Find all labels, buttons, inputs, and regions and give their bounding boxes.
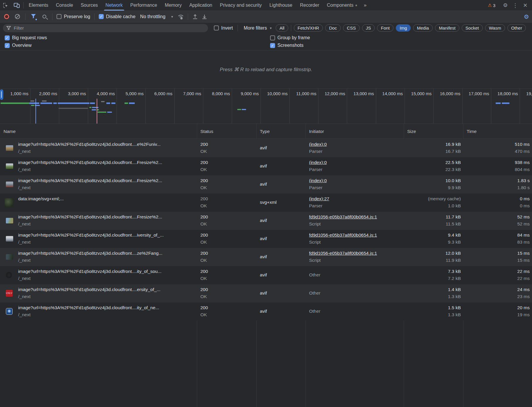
request-type: svg+xml [260, 200, 303, 205]
big-request-rows-checkbox[interactable]: ✓ Big request rows [3, 35, 49, 40]
preserve-log-checkbox[interactable]: ✓ Preserve log [55, 14, 92, 19]
chip-fetch-xhr[interactable]: Fetch/XHR [294, 24, 323, 32]
chip-all[interactable]: All [276, 24, 288, 32]
tab-network[interactable]: Network [102, 0, 127, 11]
initiator-link[interactable]: (index):27 [309, 196, 401, 201]
network-overview-timeline[interactable]: 1,000 ms2,000 ms3,000 ms4,000 ms5,000 ms… [0, 88, 532, 124]
chip-img[interactable]: Img [396, 24, 411, 32]
overview-window-handle[interactable] [0, 89, 3, 100]
throttling-select[interactable]: No throttling ▾ [137, 14, 176, 19]
request-row[interactable]: image?url=https%3A%2F%2Fd1q5o8tzvz4j3d.c… [0, 302, 532, 321]
request-type: avif [260, 290, 303, 296]
request-row[interactable]: image?url=https%3A%2F%2Fd1q5o8tzvz4j3d.c… [0, 157, 532, 175]
screenshots-box[interactable]: ✓ [270, 43, 275, 48]
transfer-size: 1.4 kB [404, 287, 461, 292]
screenshots-checkbox[interactable]: ✓ Screenshots [268, 43, 305, 48]
preserve-log-box[interactable]: ✓ [57, 14, 62, 19]
overview-box[interactable]: ✓ [5, 43, 10, 48]
chip-socket[interactable]: Socket [462, 24, 483, 32]
overview-label: Overview [12, 43, 32, 48]
export-har-icon[interactable] [200, 13, 209, 21]
network-conditions-icon[interactable] [176, 13, 185, 21]
initiator-link[interactable]: fd9d1056-e05b37a8f00b0654.js:1 [309, 251, 401, 256]
request-row[interactable]: image?url=https%3A%2F%2Fd1q5o8tzvz4j3d.c… [0, 175, 532, 194]
filter-placeholder: Filter [14, 25, 24, 31]
timeline-tick-label: 11,000 ms [284, 91, 316, 96]
filter-input[interactable]: Filter [3, 24, 208, 32]
chip-wasm[interactable]: Wasm [485, 24, 505, 32]
tab-privacy-and-security[interactable]: Privacy and security [216, 0, 265, 11]
invert-checkbox[interactable]: ✓ Invert [212, 25, 235, 31]
group-by-frame-box[interactable]: ✓ [270, 35, 275, 40]
request-thumbnail [5, 198, 13, 207]
initiator-kind: Parser [309, 149, 401, 154]
request-row[interactable]: image?url=https%3A%2F%2Fd1q5o8tzvz4j3d.c… [0, 248, 532, 266]
tabbar-right-controls: ⚠ 3 ⚙ ⋮ × [488, 0, 532, 11]
request-path: /_next [18, 276, 195, 281]
chip-other[interactable]: Other [507, 24, 526, 32]
tab-sources[interactable]: Sources [77, 0, 102, 11]
search-icon[interactable] [42, 15, 46, 18]
initiator-link[interactable]: (index):0 [309, 142, 401, 147]
clear-network-log-icon[interactable] [15, 14, 20, 19]
request-row[interactable]: data:image/svg+xml;...200OKsvg+xml(index… [0, 194, 532, 212]
disable-cache-box[interactable]: ✓ [99, 14, 104, 19]
request-row[interactable]: UNLVimage?url=https%3A%2F%2Fd1q5o8tzvz4j… [0, 284, 532, 302]
tab-lighthouse[interactable]: Lighthouse [266, 0, 296, 11]
status-text: OK [200, 240, 254, 245]
request-name: image?url=https%3A%2F%2Fd1q5o8tzvz4j3d.c… [18, 142, 195, 147]
transfer-size: 12.0 kB [404, 251, 461, 256]
settings-gear-icon[interactable]: ⚙ [500, 1, 510, 9]
network-settings-gear-icon[interactable]: ⚙ [524, 13, 529, 20]
transfer-size: (memory cache) [404, 196, 461, 201]
latency-time: 22 ms [463, 276, 530, 281]
chip-js[interactable]: JS [362, 24, 375, 32]
overview-checkbox[interactable]: ✓ Overview [3, 43, 33, 48]
initiator-link[interactable]: fd9d1056-e05b37a8f00b0654.js:1 [309, 232, 401, 238]
tab-memory[interactable]: Memory [161, 0, 185, 11]
tab-label: Network [105, 3, 123, 8]
latency-time: 23 ms [463, 294, 530, 299]
disable-cache-checkbox[interactable]: ✓ Disable cache [97, 14, 137, 19]
invert-box[interactable]: ✓ [214, 25, 219, 30]
more-tabs-icon[interactable]: » [362, 0, 369, 11]
invert-label: Invert [221, 25, 233, 31]
chip-css[interactable]: CSS [343, 24, 360, 32]
toolbar-divider [52, 13, 52, 20]
initiator-link[interactable]: (index):0 [309, 178, 401, 183]
chip-manifest[interactable]: Manifest [435, 24, 459, 32]
issues-warning-badge[interactable]: ⚠ 3 [488, 3, 495, 8]
chip-doc[interactable]: Doc [325, 24, 341, 32]
big-request-rows-box[interactable]: ✓ [5, 35, 10, 40]
tab-application[interactable]: Application [185, 0, 216, 11]
device-toolbar-icon[interactable] [11, 0, 22, 11]
chip-font[interactable]: Font [377, 24, 393, 32]
status-text: OK [200, 167, 254, 172]
overview-request-bar [107, 112, 112, 113]
chip-media[interactable]: Media [413, 24, 433, 32]
tab-components[interactable]: Components∗ [323, 0, 362, 11]
resource-size: 1.3 kB [404, 294, 461, 299]
record-network-log-button[interactable] [4, 14, 9, 19]
request-row[interactable]: image?url=https%3A%2F%2Fd1q5o8tzvz4j3d.c… [0, 230, 532, 248]
group-by-frame-checkbox[interactable]: ✓ Group by frame [268, 35, 312, 40]
request-row[interactable]: image?url=https%3A%2F%2Fd1q5o8tzvz4j3d.c… [0, 139, 532, 157]
initiator-link[interactable]: fd9d1056-e05b37a8f00b0654.js:1 [309, 214, 401, 220]
request-row[interactable]: image?url=https%3A%2F%2Fd1q5o8tzvz4j3d.c… [0, 266, 532, 284]
network-toolbar: ✓ Preserve log ✓ Disable cache No thrott… [0, 11, 532, 23]
close-icon[interactable]: × [520, 1, 530, 9]
initiator-link[interactable]: (index):0 [309, 160, 401, 165]
filter-toggle-icon[interactable] [31, 14, 36, 20]
resource-size: 1.3 kB [404, 312, 461, 317]
tab-performance[interactable]: Performance [127, 0, 161, 11]
inspect-element-icon[interactable] [0, 0, 11, 11]
tab-elements[interactable]: Elements [25, 0, 52, 11]
request-thumbnail [6, 236, 13, 242]
more-filters-button[interactable]: More filters ▾ [241, 25, 274, 31]
import-har-icon[interactable] [190, 13, 200, 21]
toolbar-divider [94, 13, 95, 20]
tab-recorder[interactable]: Recorder [296, 0, 323, 11]
request-row[interactable]: image?url=https%3A%2F%2Fd1q5o8tzvz4j3d.c… [0, 212, 532, 230]
dots-menu-icon[interactable]: ⋮ [510, 1, 520, 9]
tab-console[interactable]: Console [52, 0, 77, 11]
